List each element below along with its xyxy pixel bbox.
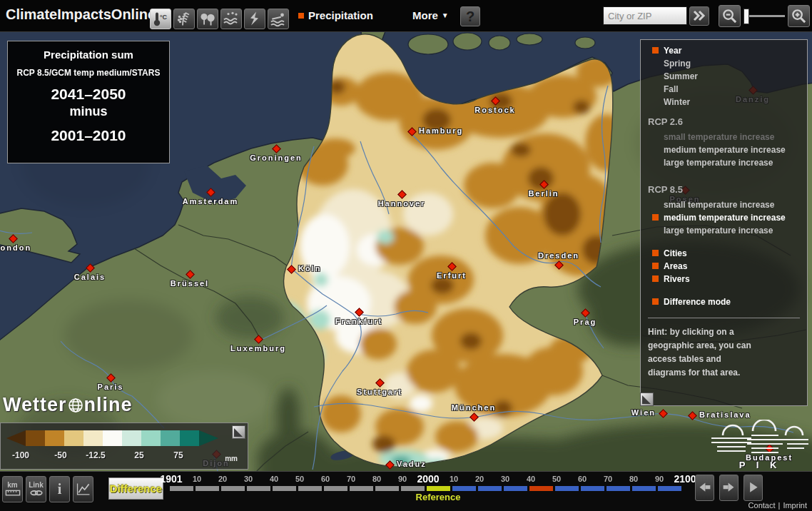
decade-label: 30 (501, 475, 509, 483)
ramp-segment (45, 430, 64, 446)
decade-segment-past[interactable] (375, 486, 399, 491)
decade-segment-past[interactable] (324, 486, 347, 491)
decade-segment-future[interactable] (452, 486, 476, 491)
zoom-slider-handle[interactable] (744, 9, 749, 24)
decade-segment-future[interactable] (632, 486, 656, 491)
difference-button[interactable]: Difference (108, 477, 163, 500)
info-button[interactable]: i (49, 476, 70, 502)
tourism-icon[interactable] (268, 9, 289, 29)
energy-icon[interactable] (244, 9, 265, 29)
color-ramp (6, 430, 218, 446)
legend-collapse-button[interactable] (232, 425, 245, 439)
option-label: Rivers (664, 274, 690, 284)
option-areas[interactable]: Areas (652, 261, 803, 270)
decade-label: 10 (450, 475, 458, 483)
precipitation-label: Precipitation (308, 9, 373, 21)
option-spring[interactable]: Spring (652, 59, 803, 68)
decade-label: 90 (398, 475, 407, 483)
decade-label: 50 (295, 475, 304, 483)
option-large-temperature-increase[interactable]: large temperature increase (652, 226, 803, 235)
decade-segment-past[interactable] (273, 486, 296, 491)
magnifier-plus-icon (791, 8, 807, 24)
option-fall[interactable]: Fall (652, 84, 803, 93)
globe-icon (68, 398, 83, 413)
search-go-button[interactable] (689, 6, 709, 26)
link-button[interactable]: Link (26, 476, 46, 502)
option-summer[interactable]: Summer (652, 71, 803, 81)
panel-collapse-button[interactable] (640, 393, 654, 406)
option-small-temperature-increase[interactable]: small temperature increase (652, 132, 803, 141)
menu-item-precipitation[interactable]: Precipitation (298, 9, 373, 21)
city-dot (9, 234, 18, 243)
decade-label: 60 (321, 475, 330, 483)
city-label: Erfurt (437, 271, 467, 280)
timeline-nav-buttons (695, 475, 763, 501)
menu-item-more[interactable]: More ▼ (412, 9, 449, 21)
chart-button[interactable] (73, 476, 93, 502)
zoom-out-button[interactable] (719, 5, 741, 27)
help-button[interactable]: ? (460, 6, 480, 26)
decade-label: 2100 (674, 473, 696, 485)
step-forward-button[interactable] (719, 475, 739, 501)
option-label: Year (664, 46, 681, 56)
decade-segment-past[interactable] (247, 486, 270, 491)
decade-segment-future[interactable] (555, 486, 579, 491)
decade-label: 50 (552, 475, 561, 483)
decade-segment-past[interactable] (350, 486, 373, 491)
option-medium-temperature-increase[interactable]: medium temperature increase (652, 213, 803, 222)
ramp-segment (83, 430, 103, 446)
decade-segment-selected[interactable] (529, 486, 553, 491)
option-label: medium temperature increase (664, 145, 786, 155)
option-medium-temperature-increase[interactable]: medium temperature increase (652, 145, 803, 154)
search-input[interactable] (603, 6, 687, 25)
option-small-temperature-increase[interactable]: small temperature increase (652, 200, 803, 209)
agriculture-icon[interactable] (173, 9, 195, 29)
zoom-slider-track[interactable] (746, 15, 785, 17)
option-label: small temperature increase (664, 200, 774, 210)
city-dot (491, 96, 500, 106)
forestry-icon[interactable] (197, 9, 218, 29)
decade-segment-past[interactable] (298, 486, 322, 491)
city-dot (206, 188, 215, 197)
decade-segment-future[interactable] (658, 486, 681, 491)
hint-text: Hint: by clicking on ageographic area, y… (648, 325, 803, 380)
option-cities[interactable]: Cities (652, 248, 803, 258)
decade-segment-future[interactable] (581, 486, 604, 491)
decade-segment-past[interactable] (170, 486, 193, 491)
play-button[interactable] (744, 475, 763, 501)
precipitation-bullet-icon (298, 13, 304, 19)
decade-segment-past[interactable] (221, 486, 245, 491)
option-winter[interactable]: Winter (652, 97, 803, 106)
imprint-link[interactable]: Imprint (783, 501, 807, 510)
step-back-button[interactable] (695, 475, 714, 501)
zoom-in-button[interactable] (788, 5, 810, 27)
watermark-text-right: nline (84, 394, 133, 416)
timeline-bar: kmLinki Difference 190110203040506070809… (0, 471, 812, 511)
option-year[interactable]: Year (652, 46, 803, 55)
info-period-reference: 2001–2010 (8, 127, 169, 144)
city-dot (407, 127, 417, 136)
city-label: Luxemburg (230, 344, 286, 353)
temperature-icon[interactable]: °C (150, 9, 171, 29)
scale-button[interactable]: km (2, 476, 23, 502)
decade-segment-past[interactable] (401, 486, 425, 491)
water-icon[interactable] (220, 9, 242, 29)
decade-segment-future[interactable] (478, 486, 502, 491)
option-rivers[interactable]: Rivers (652, 274, 803, 283)
top-toolbar: ClimateImpactsOnline °C Precipitation Mo… (0, 0, 812, 32)
decade-segment-past[interactable] (196, 486, 219, 491)
option-difference-mode[interactable]: Difference mode (652, 297, 803, 306)
option-large-temperature-increase[interactable]: large temperature increase (652, 158, 803, 167)
contact-link[interactable]: Contact (748, 501, 776, 510)
decade-segment-future[interactable] (504, 486, 527, 491)
option-label: Cities (664, 248, 687, 258)
pik-buildings-icon (710, 420, 810, 461)
divider (648, 318, 800, 318)
city-label: Rostock (474, 106, 515, 114)
decade-segment-future[interactable] (607, 486, 630, 491)
difference-mode-option: Difference mode (648, 297, 803, 306)
city-label: Hannover (378, 199, 426, 208)
info-scenario: RCP 8.5/GCM temp medium/STARS (8, 68, 169, 78)
decade-segment-reference[interactable] (427, 486, 450, 491)
tool-label: Link (29, 482, 44, 489)
